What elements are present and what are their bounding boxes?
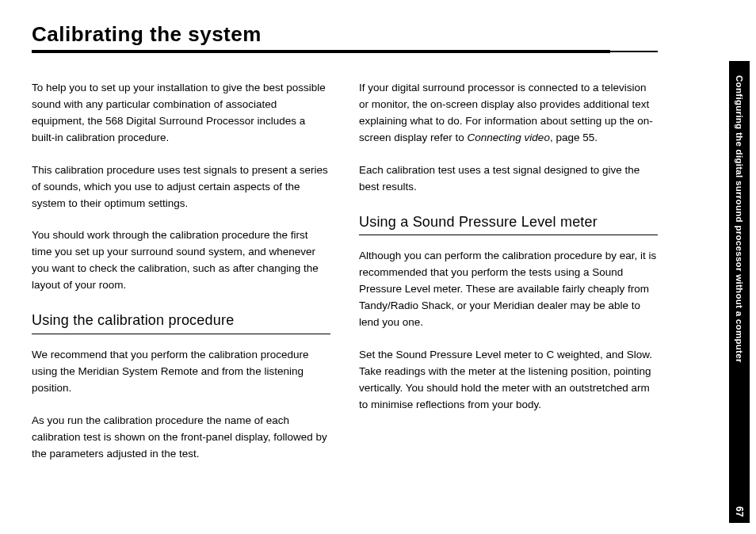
body-text: Although you can perform the calibration…	[359, 248, 658, 331]
page-title: Calibrating the system	[32, 22, 658, 47]
body-text: You should work through the calibration …	[32, 227, 330, 294]
section-rule	[359, 235, 658, 235]
page-content: Calibrating the system To help you to se…	[0, 0, 705, 494]
text-run: , page 55.	[550, 132, 598, 143]
title-rule	[32, 50, 658, 53]
section-heading: Using a Sound Pressure Level meter	[359, 212, 658, 234]
body-text: Each calibration test uses a test signal…	[359, 162, 658, 196]
body-text: If your digital surround processor is co…	[359, 80, 658, 147]
body-text: This calibration procedure uses test sig…	[32, 162, 330, 212]
section-heading: Using the calibration procedure	[32, 310, 330, 332]
right-column: If your digital surround processor is co…	[359, 80, 658, 479]
body-text: To help you to set up your installation …	[32, 80, 330, 147]
chapter-tab: Configuring the digital surround process…	[729, 10, 750, 523]
chapter-title: Configuring the digital surround process…	[735, 75, 744, 363]
section-rule	[32, 334, 330, 334]
content-columns: To help you to set up your installation …	[32, 80, 658, 479]
body-text: Set the Sound Pressure Level meter to C …	[359, 347, 658, 414]
page-number: 67	[734, 506, 745, 517]
left-column: To help you to set up your installation …	[32, 80, 330, 479]
cross-reference: Connecting video	[468, 132, 550, 143]
body-text: As you run the calibration procedure the…	[32, 413, 330, 463]
body-text: We recommend that you perform the calibr…	[32, 347, 330, 397]
